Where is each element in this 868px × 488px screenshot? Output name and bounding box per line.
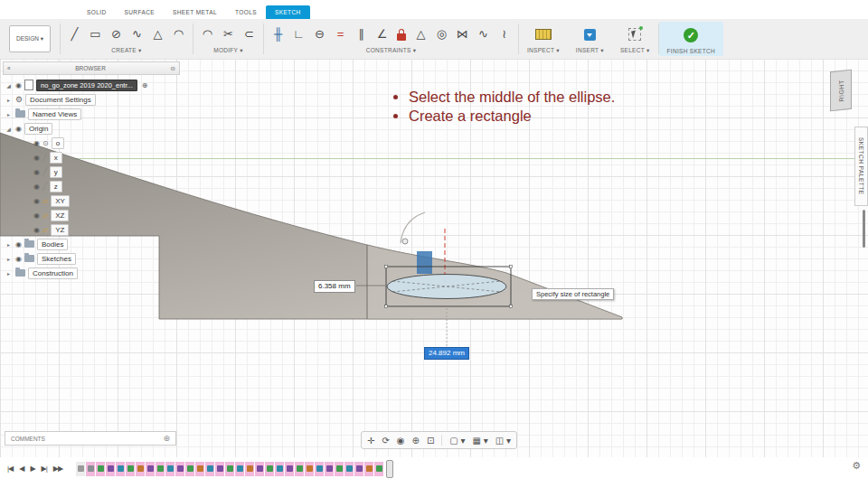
fillet-icon[interactable]: ◠ [202,24,213,44]
finish-check-icon[interactable]: ✓ [684,28,698,42]
browser-item-named-views[interactable]: ▸ Named Views [3,107,180,121]
browser-item-x[interactable]: ◉╱x [3,150,180,164]
offset-icon[interactable]: ⊂ [243,24,255,44]
collapse-arrow-icon[interactable]: ▸ [5,111,13,117]
collinear-icon[interactable]: ∠ [376,24,388,44]
arc-icon[interactable]: ◠ [173,24,184,44]
smooth-icon[interactable]: ≀ [498,24,510,44]
visibility-eye-icon[interactable]: ◉ [33,139,40,147]
collapse-arrow-icon[interactable]: ▸ [5,97,13,103]
visibility-eye-icon[interactable]: ◉ [33,197,40,205]
timeline-feature-icon[interactable] [185,462,194,476]
tab-tools[interactable]: TOOLS [226,5,266,19]
visibility-eye-icon[interactable]: ◉ [15,125,22,133]
orbit-icon[interactable]: ⟳ [382,436,389,446]
timeline-feature-icon[interactable] [156,462,165,476]
go-to-start-button[interactable]: |◀ [7,465,13,473]
step-back-button[interactable]: ◀ [19,465,24,473]
collapse-arrow-icon[interactable]: ▸ [5,256,13,262]
browser-item-bodies[interactable]: ▸ ◉ Bodies [3,237,180,251]
browser-item-document-settings[interactable]: ▸ ⚙ Document Settings [3,92,180,107]
finish-sketch-button[interactable]: ✓ FINISH SKETCH [659,22,723,56]
timeline-feature-icon[interactable] [195,462,204,476]
browser-item-y[interactable]: ◉╱y [3,164,180,179]
curvature-icon[interactable]: ∿ [477,24,489,44]
browser-collapse-icon[interactable]: « [7,65,11,71]
browser-item-YZ[interactable]: ◉▱YZ [3,222,180,237]
visibility-eye-icon[interactable]: ◉ [33,154,40,162]
zoom-icon[interactable]: ⊕ [412,436,420,446]
timeline-feature-icon[interactable] [96,462,105,476]
collapse-arrow-icon[interactable]: ▸ [5,241,13,248]
browser-item-document[interactable]: ◢ ◉ no_go_zone 2019 2020_entr... ⊕ [3,78,180,92]
design-dropdown[interactable]: DESIGN ▾ [9,25,51,52]
concentric-icon[interactable]: ◎ [436,24,448,44]
symmetry-icon[interactable]: ⋈ [457,24,468,44]
timeline-feature-icon[interactable] [175,462,184,476]
look-at-icon[interactable]: ◉ [397,436,405,446]
sketch-ellipse[interactable] [387,275,506,299]
timeline-feature-icon[interactable] [305,462,314,476]
browser-options-icon[interactable]: ⊙ [171,65,175,72]
timeline-feature-icon[interactable] [116,462,125,476]
browser-item-XZ[interactable]: ◉▱XZ [3,208,180,222]
midpoint-icon[interactable]: △ [415,24,427,44]
timeline-origin-icon[interactable] [76,462,85,476]
timeline-feature-icon[interactable] [86,462,95,476]
trim-icon[interactable]: ✂ [222,24,234,44]
modify-group-label[interactable]: MODIFY ▾ [213,47,243,54]
timeline-feature-icon[interactable] [235,462,244,476]
line-icon[interactable]: ╱ [69,24,80,44]
browser-header[interactable]: « BROWSER ⊙ [3,61,180,75]
parallel-icon[interactable]: ∥ [355,24,367,44]
view-cube[interactable]: RIGHT [830,70,852,112]
timeline-feature-icon[interactable] [205,462,214,476]
fit-icon[interactable]: ⊡ [427,436,434,446]
tab-sheet-metal[interactable]: SHEET METAL [164,5,226,19]
insert-group-label[interactable]: INSERT ▾ [576,47,604,54]
visibility-eye-icon[interactable]: ◉ [33,168,40,176]
tab-solid[interactable]: SOLID [78,5,116,19]
equal-icon[interactable]: = [335,24,346,44]
timeline-feature-icon[interactable] [165,462,175,476]
fix-icon[interactable] [397,33,406,41]
tab-surface[interactable]: SURFACE [116,5,165,19]
visibility-eye-icon[interactable]: ◉ [15,81,22,89]
expand-arrow-icon[interactable]: ◢ [5,82,13,89]
sketch-point-handle[interactable] [402,239,408,244]
timeline-feature-icon[interactable] [275,462,284,476]
timeline-feature-icon[interactable] [335,462,344,476]
timeline-feature-icon[interactable] [136,462,145,476]
comments-bar[interactable]: COMMENTS ⊛ [5,431,176,446]
inspect-group-label[interactable]: INSPECT ▾ [527,47,560,54]
timeline-feature-icon[interactable] [354,462,363,476]
sketch-palette-tab[interactable]: SKETCH PALETTE [854,127,868,206]
comments-options-icon[interactable]: ⊛ [163,434,170,443]
dimension-width-field[interactable]: 6.358 mm [314,280,355,293]
view-cube-face-label[interactable]: RIGHT [838,79,844,101]
corner-handle[interactable] [385,266,388,268]
browser-item-origin[interactable]: ◢ ◉ Origin [3,121,180,136]
browser-item-z[interactable]: ◉╱z [3,179,180,193]
perpendicular-icon[interactable]: ∟ [293,24,305,44]
corner-handle[interactable] [510,266,513,268]
dimension-height-field[interactable]: 24.892 mm [424,347,469,360]
browser-item-o[interactable]: ◉⊙o [3,136,180,150]
visibility-eye-icon[interactable]: ◉ [33,226,40,234]
pan-icon[interactable]: ✛ [367,436,374,446]
browser-item-XY[interactable]: ◉▱XY [3,193,180,208]
spline-icon[interactable]: ∿ [131,24,143,44]
timeline-feature-icon[interactable] [245,462,254,476]
tangent-icon[interactable]: ⊖ [314,24,326,44]
polygon-icon[interactable]: △ [152,24,164,44]
timeline-feature-icon[interactable] [295,462,304,476]
timeline-feature-icon[interactable] [146,462,155,476]
circle-icon[interactable]: ⊘ [110,24,122,44]
display-settings-icon[interactable]: ▢ ▾ [449,436,465,446]
select-group-label[interactable]: SELECT ▾ [620,47,650,54]
select-cursor-icon[interactable] [628,28,641,41]
visibility-eye-icon[interactable]: ◉ [33,211,40,220]
vertical-scrollbar[interactable] [863,210,865,248]
play-button[interactable]: ▶ [30,465,34,473]
visibility-eye-icon[interactable]: ◉ [15,240,22,249]
